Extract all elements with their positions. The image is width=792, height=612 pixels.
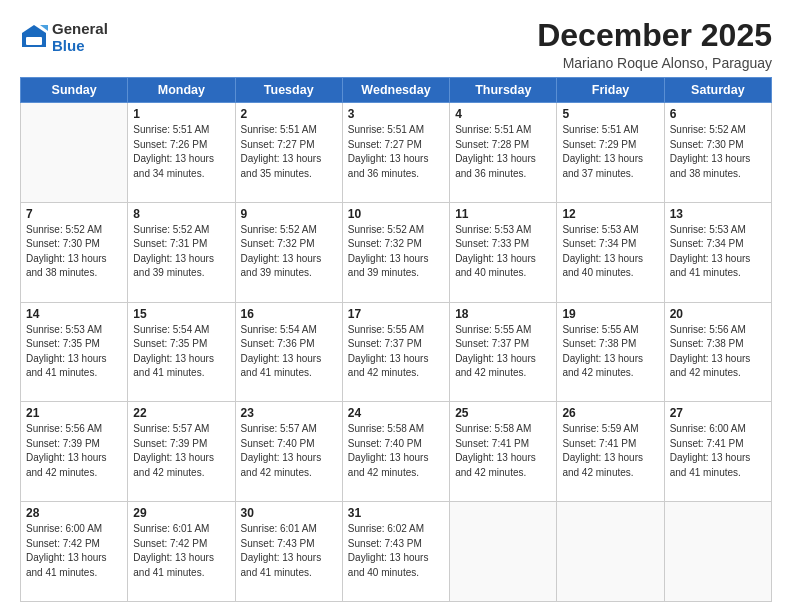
- cell-info: Sunrise: 5:52 AMSunset: 7:32 PMDaylight:…: [348, 223, 444, 281]
- day-number: 24: [348, 406, 444, 420]
- day-number: 19: [562, 307, 658, 321]
- calendar-cell: 9Sunrise: 5:52 AMSunset: 7:32 PMDaylight…: [235, 202, 342, 302]
- cell-info: Sunrise: 5:58 AMSunset: 7:40 PMDaylight:…: [348, 422, 444, 480]
- cell-info: Sunrise: 5:57 AMSunset: 7:40 PMDaylight:…: [241, 422, 337, 480]
- day-number: 4: [455, 107, 551, 121]
- day-header-saturday: Saturday: [664, 78, 771, 103]
- calendar-cell: [664, 502, 771, 602]
- calendar-cell: 13Sunrise: 5:53 AMSunset: 7:34 PMDayligh…: [664, 202, 771, 302]
- cell-info: Sunrise: 5:53 AMSunset: 7:34 PMDaylight:…: [670, 223, 766, 281]
- calendar-week-row: 28Sunrise: 6:00 AMSunset: 7:42 PMDayligh…: [21, 502, 772, 602]
- title-block: December 2025 Mariano Roque Alonso, Para…: [537, 18, 772, 71]
- day-header-monday: Monday: [128, 78, 235, 103]
- calendar-cell: 17Sunrise: 5:55 AMSunset: 7:37 PMDayligh…: [342, 302, 449, 402]
- cell-info: Sunrise: 5:54 AMSunset: 7:36 PMDaylight:…: [241, 323, 337, 381]
- cell-info: Sunrise: 5:51 AMSunset: 7:28 PMDaylight:…: [455, 123, 551, 181]
- day-number: 2: [241, 107, 337, 121]
- calendar-week-row: 1Sunrise: 5:51 AMSunset: 7:26 PMDaylight…: [21, 103, 772, 203]
- cell-info: Sunrise: 6:00 AMSunset: 7:41 PMDaylight:…: [670, 422, 766, 480]
- calendar-cell: 20Sunrise: 5:56 AMSunset: 7:38 PMDayligh…: [664, 302, 771, 402]
- day-number: 26: [562, 406, 658, 420]
- day-header-sunday: Sunday: [21, 78, 128, 103]
- calendar-cell: 16Sunrise: 5:54 AMSunset: 7:36 PMDayligh…: [235, 302, 342, 402]
- calendar-cell: 8Sunrise: 5:52 AMSunset: 7:31 PMDaylight…: [128, 202, 235, 302]
- day-header-tuesday: Tuesday: [235, 78, 342, 103]
- calendar-cell: [450, 502, 557, 602]
- calendar-cell: 28Sunrise: 6:00 AMSunset: 7:42 PMDayligh…: [21, 502, 128, 602]
- cell-info: Sunrise: 5:54 AMSunset: 7:35 PMDaylight:…: [133, 323, 229, 381]
- calendar-cell: [21, 103, 128, 203]
- day-number: 11: [455, 207, 551, 221]
- calendar-page: General Blue December 2025 Mariano Roque…: [0, 0, 792, 612]
- day-number: 5: [562, 107, 658, 121]
- day-number: 9: [241, 207, 337, 221]
- day-number: 20: [670, 307, 766, 321]
- calendar-cell: 19Sunrise: 5:55 AMSunset: 7:38 PMDayligh…: [557, 302, 664, 402]
- day-number: 12: [562, 207, 658, 221]
- calendar-cell: 14Sunrise: 5:53 AMSunset: 7:35 PMDayligh…: [21, 302, 128, 402]
- day-number: 18: [455, 307, 551, 321]
- day-number: 7: [26, 207, 122, 221]
- calendar-cell: 7Sunrise: 5:52 AMSunset: 7:30 PMDaylight…: [21, 202, 128, 302]
- cell-info: Sunrise: 5:58 AMSunset: 7:41 PMDaylight:…: [455, 422, 551, 480]
- calendar-cell: 21Sunrise: 5:56 AMSunset: 7:39 PMDayligh…: [21, 402, 128, 502]
- calendar-cell: 2Sunrise: 5:51 AMSunset: 7:27 PMDaylight…: [235, 103, 342, 203]
- cell-info: Sunrise: 5:52 AMSunset: 7:30 PMDaylight:…: [670, 123, 766, 181]
- cell-info: Sunrise: 5:53 AMSunset: 7:35 PMDaylight:…: [26, 323, 122, 381]
- cell-info: Sunrise: 5:55 AMSunset: 7:37 PMDaylight:…: [348, 323, 444, 381]
- calendar-cell: 4Sunrise: 5:51 AMSunset: 7:28 PMDaylight…: [450, 103, 557, 203]
- month-title: December 2025: [537, 18, 772, 53]
- day-number: 21: [26, 406, 122, 420]
- day-number: 25: [455, 406, 551, 420]
- calendar-cell: 25Sunrise: 5:58 AMSunset: 7:41 PMDayligh…: [450, 402, 557, 502]
- logo-icon: [20, 23, 48, 51]
- calendar-cell: 1Sunrise: 5:51 AMSunset: 7:26 PMDaylight…: [128, 103, 235, 203]
- cell-info: Sunrise: 5:56 AMSunset: 7:39 PMDaylight:…: [26, 422, 122, 480]
- cell-info: Sunrise: 5:57 AMSunset: 7:39 PMDaylight:…: [133, 422, 229, 480]
- logo: General Blue: [20, 20, 108, 55]
- location: Mariano Roque Alonso, Paraguay: [537, 55, 772, 71]
- cell-info: Sunrise: 5:51 AMSunset: 7:27 PMDaylight:…: [241, 123, 337, 181]
- svg-rect-2: [26, 37, 42, 45]
- day-header-thursday: Thursday: [450, 78, 557, 103]
- cell-info: Sunrise: 5:56 AMSunset: 7:38 PMDaylight:…: [670, 323, 766, 381]
- day-number: 1: [133, 107, 229, 121]
- day-number: 30: [241, 506, 337, 520]
- day-number: 13: [670, 207, 766, 221]
- cell-info: Sunrise: 6:02 AMSunset: 7:43 PMDaylight:…: [348, 522, 444, 580]
- calendar-week-row: 14Sunrise: 5:53 AMSunset: 7:35 PMDayligh…: [21, 302, 772, 402]
- cell-info: Sunrise: 6:01 AMSunset: 7:43 PMDaylight:…: [241, 522, 337, 580]
- calendar-cell: 22Sunrise: 5:57 AMSunset: 7:39 PMDayligh…: [128, 402, 235, 502]
- calendar-week-row: 21Sunrise: 5:56 AMSunset: 7:39 PMDayligh…: [21, 402, 772, 502]
- calendar-cell: 11Sunrise: 5:53 AMSunset: 7:33 PMDayligh…: [450, 202, 557, 302]
- cell-info: Sunrise: 5:51 AMSunset: 7:27 PMDaylight:…: [348, 123, 444, 181]
- calendar-week-row: 7Sunrise: 5:52 AMSunset: 7:30 PMDaylight…: [21, 202, 772, 302]
- calendar-cell: 29Sunrise: 6:01 AMSunset: 7:42 PMDayligh…: [128, 502, 235, 602]
- cell-info: Sunrise: 5:55 AMSunset: 7:38 PMDaylight:…: [562, 323, 658, 381]
- calendar-cell: 10Sunrise: 5:52 AMSunset: 7:32 PMDayligh…: [342, 202, 449, 302]
- calendar-cell: 3Sunrise: 5:51 AMSunset: 7:27 PMDaylight…: [342, 103, 449, 203]
- logo-general: General: [52, 20, 108, 37]
- day-number: 6: [670, 107, 766, 121]
- cell-info: Sunrise: 5:55 AMSunset: 7:37 PMDaylight:…: [455, 323, 551, 381]
- day-number: 16: [241, 307, 337, 321]
- cell-info: Sunrise: 6:01 AMSunset: 7:42 PMDaylight:…: [133, 522, 229, 580]
- calendar-cell: 24Sunrise: 5:58 AMSunset: 7:40 PMDayligh…: [342, 402, 449, 502]
- day-number: 8: [133, 207, 229, 221]
- cell-info: Sunrise: 6:00 AMSunset: 7:42 PMDaylight:…: [26, 522, 122, 580]
- day-header-wednesday: Wednesday: [342, 78, 449, 103]
- logo-text: General Blue: [52, 20, 108, 55]
- logo-blue: Blue: [52, 37, 108, 54]
- calendar-cell: 23Sunrise: 5:57 AMSunset: 7:40 PMDayligh…: [235, 402, 342, 502]
- calendar-cell: 15Sunrise: 5:54 AMSunset: 7:35 PMDayligh…: [128, 302, 235, 402]
- calendar-table: SundayMondayTuesdayWednesdayThursdayFrid…: [20, 77, 772, 602]
- day-number: 28: [26, 506, 122, 520]
- day-number: 23: [241, 406, 337, 420]
- calendar-header-row: SundayMondayTuesdayWednesdayThursdayFrid…: [21, 78, 772, 103]
- cell-info: Sunrise: 5:51 AMSunset: 7:26 PMDaylight:…: [133, 123, 229, 181]
- calendar-cell: 27Sunrise: 6:00 AMSunset: 7:41 PMDayligh…: [664, 402, 771, 502]
- calendar-cell: 31Sunrise: 6:02 AMSunset: 7:43 PMDayligh…: [342, 502, 449, 602]
- day-number: 29: [133, 506, 229, 520]
- calendar-cell: 26Sunrise: 5:59 AMSunset: 7:41 PMDayligh…: [557, 402, 664, 502]
- cell-info: Sunrise: 5:52 AMSunset: 7:32 PMDaylight:…: [241, 223, 337, 281]
